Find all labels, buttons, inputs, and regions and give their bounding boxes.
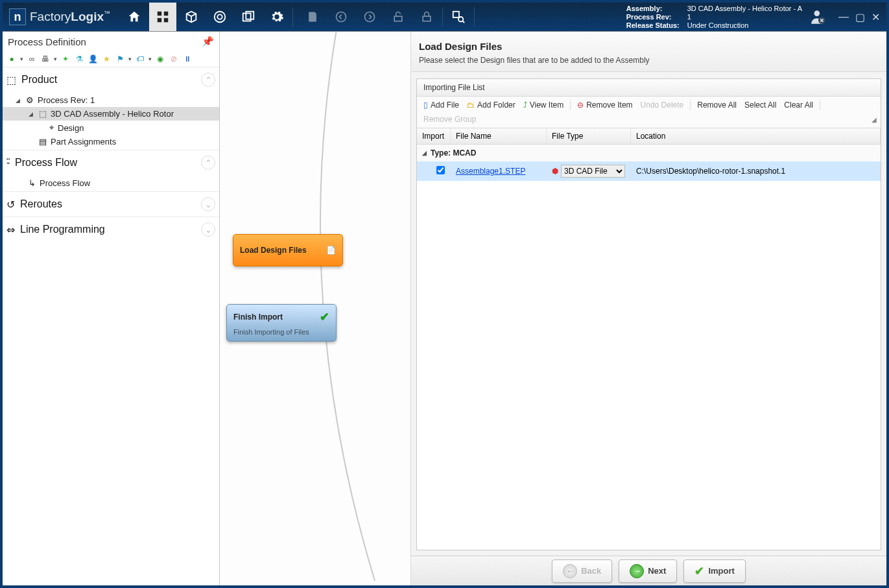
link-icon[interactable]: ∞	[27, 54, 37, 64]
gear-icon: ⚙	[26, 95, 34, 105]
section-product[interactable]: ⬚ Product ⌃	[3, 67, 219, 92]
arrow-right-icon: →	[630, 564, 644, 578]
import-button[interactable]: ✔ Import	[683, 559, 745, 583]
detail-panel: Load Design Files Please select the Desi…	[411, 32, 886, 585]
svg-rect-6	[243, 14, 251, 21]
save-button[interactable]	[299, 3, 326, 31]
svg-point-14	[814, 10, 820, 16]
lock-button[interactable]	[413, 3, 440, 31]
row-file-type-select[interactable]: 3D CAD File	[561, 165, 625, 178]
block-icon[interactable]: ⊘	[169, 54, 179, 64]
tree-design[interactable]: ⌖Design	[3, 121, 219, 135]
inspect-button[interactable]	[445, 3, 472, 31]
arrow-left-icon: ←	[563, 564, 577, 578]
user-menu[interactable]	[807, 6, 829, 28]
product-icon: ⬚	[6, 74, 16, 86]
reroute-icon: ↺	[6, 198, 15, 211]
nav-back-button[interactable]	[327, 3, 355, 31]
next-button[interactable]: → Next	[619, 559, 677, 583]
maximize-button[interactable]: ▢	[855, 11, 865, 23]
cad-icon: ⬢	[552, 167, 558, 176]
grid-group-mcad[interactable]: ◢Type: MCAD	[417, 145, 881, 161]
tree-process-flow[interactable]: ↳Process Flow	[3, 176, 219, 190]
tag-icon[interactable]: 🏷	[135, 54, 145, 64]
col-import[interactable]: Import	[417, 128, 451, 144]
pause-icon[interactable]: ⏸	[182, 54, 193, 64]
check-icon: ✔	[320, 310, 329, 324]
target-button[interactable]	[206, 3, 233, 31]
table-row[interactable]: Assemblage1.STEP ⬢ 3D CAD File C:\Users\…	[417, 161, 881, 181]
assembly-value: 3D CAD Assembly - Helico Rotor - A	[687, 5, 802, 13]
branch-icon: ↳	[29, 178, 36, 188]
col-file-type[interactable]: File Type	[547, 128, 631, 144]
col-location[interactable]: Location	[631, 128, 881, 144]
add-icon[interactable]: ●	[6, 54, 17, 64]
package-button[interactable]	[178, 3, 205, 31]
col-file-name[interactable]: File Name	[451, 128, 547, 144]
wizard-nav: ← Back → Next ✔ Import	[411, 556, 886, 585]
row-file-link[interactable]: Assemblage1.STEP	[456, 167, 525, 176]
grid-header: Import File Name File Type Location	[417, 128, 881, 145]
svg-rect-2	[158, 18, 161, 22]
expand-icon[interactable]: ⌄	[201, 197, 215, 211]
svg-point-4	[215, 12, 226, 23]
view-item-button[interactable]: ⤴View Item	[521, 99, 566, 111]
select-all-button[interactable]: Select All	[742, 99, 779, 111]
pin-icon[interactable]: 📌	[202, 36, 214, 47]
step-finish-import[interactable]: Finish Import✔ Finish Importing of Files	[226, 304, 337, 342]
add-file-button[interactable]: ▯Add File	[421, 99, 462, 111]
expand-icon[interactable]: ⌄	[201, 222, 215, 237]
flask-icon[interactable]: ⚗	[74, 54, 84, 64]
tree-process-rev[interactable]: ◢⚙Process Rev: 1	[3, 93, 219, 107]
row-import-checkbox[interactable]	[436, 166, 445, 174]
puzzle-icon[interactable]: ✦	[60, 54, 71, 64]
rev-value: 1	[687, 13, 802, 21]
remove-group-button: Remove Group	[421, 113, 479, 125]
unlock-button[interactable]	[385, 3, 412, 31]
print-icon[interactable]: 🖶	[40, 54, 51, 64]
section-reroutes[interactable]: ↺ Reroutes ⌄	[3, 191, 219, 217]
flag-icon[interactable]: ⚑	[115, 54, 125, 64]
collapse-icon[interactable]: ⌃	[201, 156, 215, 170]
close-button[interactable]: ✕	[871, 11, 880, 23]
add-folder-button[interactable]: 🗀Add Folder	[464, 99, 518, 111]
clear-all-button[interactable]: Clear All	[781, 99, 816, 111]
sidebar-title: Process Definition	[8, 36, 86, 47]
tree-assembly[interactable]: ◢⬚3D CAD Assembly - Helico Rotor	[3, 107, 219, 121]
svg-rect-7	[246, 12, 254, 19]
minimize-button[interactable]: —	[838, 11, 849, 23]
section-process-flow[interactable]: ⸚ Process Flow ⌃	[3, 150, 219, 175]
view-icon: ⤴	[523, 100, 527, 110]
check-icon: ✔	[694, 564, 704, 578]
person-icon[interactable]: 👤	[88, 54, 98, 64]
brand-name-1: Factory	[30, 10, 71, 23]
star-icon[interactable]: ★	[101, 54, 112, 64]
svg-point-13	[458, 17, 463, 21]
back-button[interactable]: ← Back	[552, 559, 612, 583]
line-icon: ⇔	[6, 224, 15, 236]
remove-all-button[interactable]: Remove All	[694, 99, 739, 111]
ok-icon[interactable]: ◉	[155, 54, 165, 64]
svg-rect-11	[423, 16, 431, 21]
import-toolbar: ▯Add File 🗀Add Folder ⤴View Item ⊖Remove…	[417, 97, 881, 128]
svg-rect-12	[453, 12, 459, 18]
svg-point-8	[337, 12, 346, 22]
title-bar: n FactoryLogix™ Assembly: Process Rev:	[3, 3, 886, 31]
sidebar-toolbar: ●▾ ∞ 🖶▾ ✦ ⚗ 👤 ★ ⚑▾ 🏷▾ ◉ ⊘ ⏸	[3, 51, 219, 67]
remove-icon: ⊖	[577, 100, 584, 110]
list-icon: ▤	[39, 137, 47, 147]
logo-icon: n	[9, 8, 26, 25]
brand-name-2: Logix	[71, 10, 104, 23]
windows-button[interactable]	[235, 3, 262, 31]
tree-part-assignments[interactable]: ▤Part Assignments	[3, 135, 219, 148]
gear-button[interactable]	[263, 3, 290, 31]
remove-item-button[interactable]: ⊖Remove Item	[575, 99, 635, 111]
grid-module-button[interactable]	[149, 3, 176, 31]
flow-icon: ⸚	[6, 157, 10, 169]
nav-fwd-button[interactable]	[356, 3, 383, 31]
section-line-programming[interactable]: ⇔ Line Programming ⌄	[3, 217, 219, 242]
column-chooser-icon[interactable]: ◢	[871, 116, 877, 123]
home-button[interactable]	[121, 3, 148, 31]
step-load-design-files[interactable]: Load Design Files 📄	[233, 234, 343, 266]
collapse-icon[interactable]: ⌃	[201, 73, 215, 87]
